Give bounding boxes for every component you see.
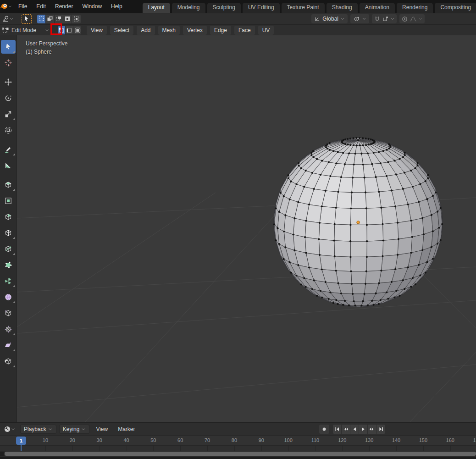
mesh-vertex[interactable] (277, 227, 278, 229)
mesh-vertex[interactable] (335, 207, 337, 209)
mesh-vertex[interactable] (340, 176, 342, 178)
mesh-vertex[interactable] (416, 162, 418, 164)
mesh-vertex[interactable] (335, 270, 337, 271)
mesh-vertex[interactable] (397, 254, 399, 256)
viewport-3d[interactable]: User Perspective (1) Sphere (17, 35, 476, 422)
mesh-vertex[interactable] (386, 175, 387, 177)
mesh-vertex[interactable] (342, 152, 344, 154)
mesh-vertex[interactable] (399, 295, 400, 297)
mesh-vertex[interactable] (404, 172, 405, 174)
tool-poly-build-button[interactable] (1, 258, 16, 272)
mesh-vertex[interactable] (359, 144, 361, 146)
mesh-vertex[interactable] (367, 152, 369, 154)
mesh-vertex[interactable] (326, 144, 328, 145)
tool-transform-button[interactable] (1, 123, 16, 137)
mesh-vertex[interactable] (410, 286, 412, 288)
mesh-vertex[interactable] (364, 293, 365, 295)
mesh-vertex[interactable] (351, 192, 353, 194)
mesh-vertex[interactable] (386, 291, 387, 293)
mesh-vertex[interactable] (295, 275, 297, 277)
mesh-vertex[interactable] (365, 271, 367, 272)
mesh-vertex[interactable] (348, 153, 350, 155)
mesh-vertex[interactable] (435, 192, 437, 194)
mesh-vertex[interactable] (328, 161, 330, 163)
mesh-vertex[interactable] (310, 154, 312, 156)
mesh-vertex[interactable] (329, 175, 331, 177)
mesh-vertex[interactable] (308, 204, 310, 205)
mesh-vertex[interactable] (362, 137, 364, 139)
mesh-vertex[interactable] (432, 258, 434, 260)
mesh-vertex[interactable] (349, 240, 351, 242)
tab-modeling[interactable]: Modeling (172, 3, 205, 13)
mesh-vertex[interactable] (437, 243, 438, 244)
mesh-vertex[interactable] (398, 238, 399, 240)
next-keyframe-button[interactable] (368, 425, 376, 434)
tool-loop-cut-button[interactable] (1, 226, 16, 240)
mesh-vertex[interactable] (431, 246, 432, 248)
editor-type-selector[interactable] (0, 14, 15, 24)
mesh-vertex[interactable] (410, 252, 412, 254)
mesh-vertex[interactable] (407, 266, 409, 268)
mesh-vertex[interactable] (360, 304, 362, 306)
mesh-vertex[interactable] (320, 174, 321, 176)
mesh-vertex[interactable] (382, 239, 384, 241)
mesh-vertex[interactable] (440, 239, 442, 241)
mesh-vertex[interactable] (402, 279, 404, 281)
mesh-vertex[interactable] (380, 299, 382, 301)
mesh-vertex[interactable] (313, 279, 315, 281)
current-frame-indicator[interactable]: 1 (16, 437, 26, 445)
mesh-vertex[interactable] (391, 281, 393, 283)
falloff-curve-icon[interactable] (410, 16, 417, 22)
vertex-select-button[interactable] (58, 26, 66, 34)
mesh-vertex[interactable] (303, 277, 305, 279)
tab-compositing[interactable]: Compositing (435, 3, 476, 13)
mesh-vertex[interactable] (325, 281, 327, 283)
mesh-vertex[interactable] (352, 137, 354, 139)
pivot-point-dropdown[interactable] (350, 14, 369, 23)
mesh-vertex[interactable] (344, 300, 346, 302)
mesh-vertex[interactable] (371, 163, 373, 165)
mesh-vertex[interactable] (395, 290, 397, 292)
mesh-vertex[interactable] (356, 144, 358, 146)
mesh-vertex[interactable] (437, 211, 438, 213)
mesh-vertex[interactable] (415, 283, 416, 285)
mesh-vertex[interactable] (364, 177, 365, 178)
mesh-vertex[interactable] (289, 199, 291, 200)
jump-to-end-button[interactable] (376, 425, 385, 434)
mesh-vertex[interactable] (298, 162, 299, 164)
mesh-vertex[interactable] (334, 255, 336, 257)
mesh-vertex[interactable] (320, 290, 321, 292)
mesh-vertex[interactable] (312, 156, 314, 158)
mesh-vertex[interactable] (378, 303, 380, 305)
mesh-vertex[interactable] (412, 186, 414, 188)
tool-smooth-button[interactable] (1, 290, 16, 304)
mesh-vertex[interactable] (425, 271, 426, 273)
mesh-vertex[interactable] (329, 292, 331, 293)
mesh-vertex[interactable] (349, 144, 351, 146)
mesh-vertex[interactable] (352, 177, 354, 178)
prev-keyframe-button[interactable] (342, 425, 350, 434)
mesh-vertex[interactable] (438, 227, 440, 229)
mesh-vertex[interactable] (386, 149, 387, 151)
tab-sculpting[interactable]: Sculpting (207, 3, 241, 13)
mesh-vertex[interactable] (278, 243, 280, 245)
mesh-vertex[interactable] (404, 152, 406, 154)
mesh-vertex[interactable] (365, 144, 367, 146)
mesh-vertex[interactable] (365, 192, 366, 194)
mesh-vertex[interactable] (388, 148, 390, 149)
mesh-vertex[interactable] (393, 160, 395, 161)
mesh-vertex[interactable] (310, 152, 312, 154)
mesh-vertex[interactable] (283, 258, 285, 260)
select-mode-intersect-button[interactable] (72, 15, 81, 23)
mesh-vertex[interactable] (419, 183, 421, 185)
mesh-vertex[interactable] (395, 174, 397, 176)
mesh-vertex[interactable] (321, 297, 323, 299)
mesh-vertex[interactable] (394, 205, 396, 207)
mesh-vertex[interactable] (426, 198, 428, 200)
mesh-vertex[interactable] (371, 300, 373, 302)
mesh-vertex[interactable] (432, 230, 434, 232)
mesh-vertex[interactable] (362, 144, 364, 146)
mesh-vertex[interactable] (349, 138, 351, 139)
mesh-vertex[interactable] (288, 174, 289, 176)
mesh-vertex[interactable] (382, 223, 383, 225)
